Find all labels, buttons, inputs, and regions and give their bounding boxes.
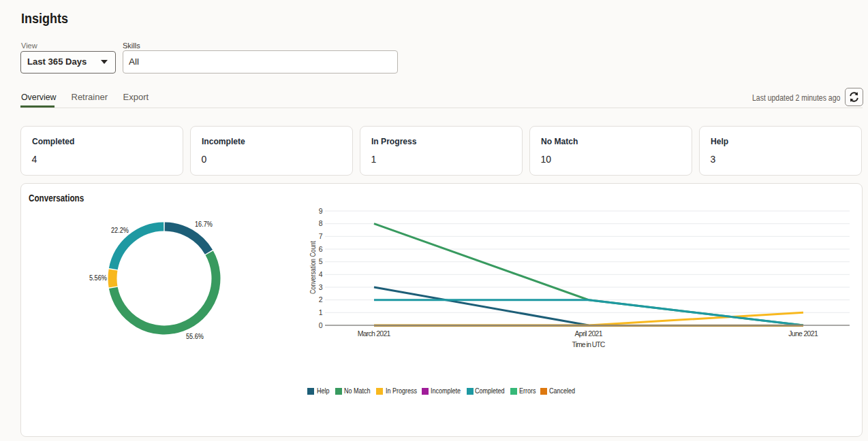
svg-text:3: 3 xyxy=(319,283,323,291)
svg-text:7: 7 xyxy=(319,232,323,240)
svg-text:April 2021: April 2021 xyxy=(574,329,602,338)
svg-text:March 2021: March 2021 xyxy=(358,329,391,338)
svg-text:6: 6 xyxy=(319,245,323,253)
svg-text:0: 0 xyxy=(319,321,323,329)
svg-text:Time in UTC: Time in UTC xyxy=(572,340,606,348)
svg-text:Conversation Count: Conversation Count xyxy=(309,241,317,294)
svg-text:2: 2 xyxy=(319,295,323,304)
svg-text:June 2021: June 2021 xyxy=(788,329,818,338)
svg-text:1: 1 xyxy=(319,308,323,316)
svg-text:8: 8 xyxy=(319,219,323,227)
svg-text:4: 4 xyxy=(319,270,323,278)
svg-text:5: 5 xyxy=(319,257,323,265)
svg-text:9: 9 xyxy=(319,207,323,215)
